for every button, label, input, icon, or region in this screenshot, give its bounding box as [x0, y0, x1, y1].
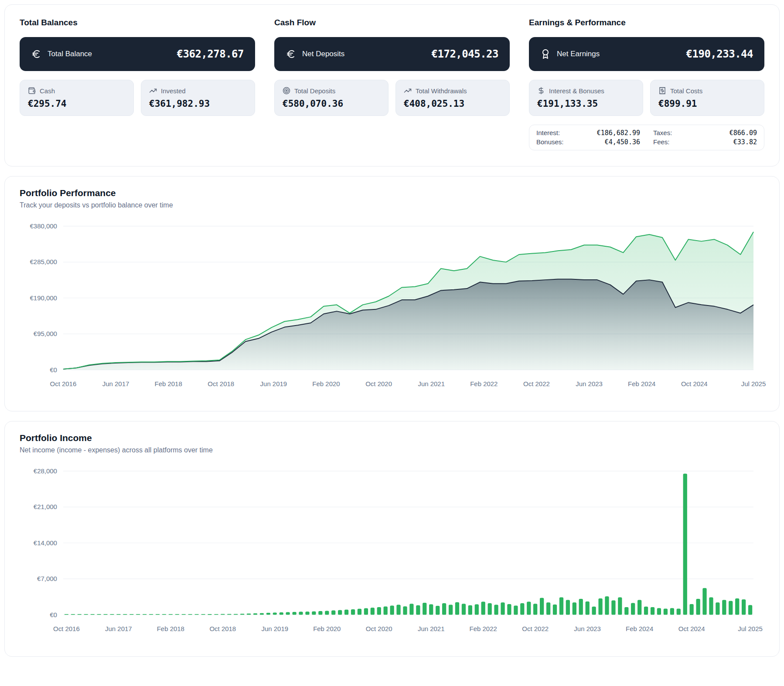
interest-bonuses-value: €191,133.35 [537, 98, 635, 109]
svg-text:Oct 2016: Oct 2016 [53, 625, 80, 632]
summary-panel: Total Balances Total Balance €362,278.67… [4, 4, 780, 166]
performance-title: Portfolio Performance [20, 188, 764, 198]
dollar-icon [537, 87, 545, 95]
svg-text:€7,000: €7,000 [37, 575, 57, 583]
svg-text:Jun 2021: Jun 2021 [418, 625, 445, 632]
total-withdrawals-label: Total Withdrawals [416, 87, 467, 95]
svg-text:Jul 2025: Jul 2025 [738, 625, 763, 632]
breakdown-fees: Fees: €33.82 [653, 138, 757, 146]
svg-text:Feb 2022: Feb 2022 [470, 380, 498, 387]
svg-text:Jun 2017: Jun 2017 [102, 380, 130, 387]
euro-icon [31, 49, 41, 59]
group-title-total-balances: Total Balances [20, 18, 255, 27]
total-balance-label: Total Balance [48, 50, 92, 58]
net-earnings-label: Net Earnings [557, 50, 600, 58]
income-subtitle: Net income (income - expenses) across al… [20, 446, 764, 454]
cash-value: €295.74 [28, 98, 126, 109]
svg-text:€380,000: €380,000 [30, 222, 57, 230]
svg-text:Oct 2022: Oct 2022 [523, 380, 550, 387]
total-costs-value: €899.91 [658, 98, 756, 109]
svg-text:Oct 2018: Oct 2018 [208, 380, 234, 387]
svg-text:€14,000: €14,000 [34, 539, 57, 547]
interest-bonuses-card: Interest & Bonuses €191,133.35 [529, 80, 643, 116]
cash-label: Cash [40, 87, 55, 95]
total-balances-group: Total Balances Total Balance €362,278.67… [20, 18, 255, 150]
breakdown-bonuses: Bonuses: €4,450.36 [536, 138, 640, 146]
earnings-breakdown: Interest: €186,682.99 Taxes: €866.09 Bon… [529, 125, 764, 150]
svg-text:€0: €0 [50, 611, 57, 618]
breakdown-interest: Interest: €186,682.99 [536, 129, 640, 137]
svg-text:Oct 2024: Oct 2024 [681, 380, 708, 387]
total-costs-label: Total Costs [670, 87, 702, 95]
svg-text:Jun 2021: Jun 2021 [418, 380, 445, 387]
award-icon [540, 49, 551, 59]
svg-text:Jul 2025: Jul 2025 [741, 380, 766, 387]
income-bar-chart: €28,000€21,000€14,000€7,000€0Oct 2016Jun… [20, 460, 764, 647]
trending-up-icon [404, 87, 412, 95]
svg-text:Jun 2019: Jun 2019 [260, 380, 287, 387]
total-costs-card: Total Costs €899.91 [650, 80, 764, 116]
svg-text:Feb 2020: Feb 2020 [313, 625, 341, 632]
wallet-icon [28, 87, 36, 95]
trending-up-icon [149, 87, 157, 95]
net-deposits-value: €172,045.23 [432, 48, 498, 60]
svg-text:€285,000: €285,000 [30, 258, 57, 265]
net-earnings-card: Net Earnings €190,233.44 [529, 37, 764, 71]
portfolio-performance-panel: Portfolio Performance Track your deposit… [4, 176, 780, 411]
cash-flow-group: Cash Flow Net Deposits €172,045.23 Total… [274, 18, 510, 150]
total-deposits-card: Total Deposits €580,070.36 [274, 80, 389, 116]
performance-area-chart: €380,000€285,000€190,000€95,000€0Oct 201… [20, 215, 764, 402]
svg-text:Feb 2024: Feb 2024 [628, 380, 655, 387]
svg-text:Feb 2022: Feb 2022 [470, 625, 497, 632]
income-title: Portfolio Income [20, 433, 764, 443]
svg-text:€190,000: €190,000 [30, 294, 57, 302]
svg-text:Oct 2020: Oct 2020 [366, 625, 392, 632]
invested-value: €361,982.93 [149, 98, 247, 109]
group-title-cash-flow: Cash Flow [274, 18, 510, 27]
svg-text:€0: €0 [50, 366, 57, 374]
group-title-earnings: Earnings & Performance [529, 18, 764, 27]
performance-subtitle: Track your deposits vs portfolio balance… [20, 201, 764, 209]
svg-text:Feb 2020: Feb 2020 [312, 380, 340, 387]
svg-text:Oct 2020: Oct 2020 [365, 380, 392, 387]
net-deposits-card: Net Deposits €172,045.23 [274, 37, 510, 71]
svg-text:Feb 2024: Feb 2024 [626, 625, 653, 632]
svg-text:€21,000: €21,000 [34, 503, 57, 511]
total-balance-card: Total Balance €362,278.67 [20, 37, 255, 71]
svg-text:Feb 2018: Feb 2018 [155, 380, 182, 387]
net-earnings-value: €190,233.44 [686, 48, 753, 60]
svg-text:Oct 2022: Oct 2022 [522, 625, 549, 632]
total-deposits-value: €580,070.36 [283, 98, 380, 109]
total-withdrawals-card: Total Withdrawals €408,025.13 [395, 80, 510, 116]
invested-label: Invested [161, 87, 186, 95]
svg-text:Jun 2019: Jun 2019 [261, 625, 288, 632]
svg-text:Oct 2018: Oct 2018 [209, 625, 236, 632]
breakdown-taxes: Taxes: €866.09 [653, 129, 757, 137]
svg-text:€95,000: €95,000 [34, 330, 57, 337]
earnings-group: Earnings & Performance Net Earnings €190… [529, 18, 764, 150]
svg-text:Oct 2024: Oct 2024 [678, 625, 705, 632]
svg-text:Jun 2023: Jun 2023 [574, 625, 601, 632]
portfolio-income-panel: Portfolio Income Net income (income - ex… [4, 421, 780, 656]
receipt-icon [658, 87, 666, 95]
target-icon [283, 87, 290, 95]
svg-text:Jun 2023: Jun 2023 [576, 380, 603, 387]
svg-text:Feb 2018: Feb 2018 [157, 625, 184, 632]
euro-icon [286, 49, 296, 59]
svg-text:Jun 2017: Jun 2017 [105, 625, 132, 632]
svg-text:€28,000: €28,000 [34, 467, 57, 475]
svg-text:Oct 2016: Oct 2016 [50, 380, 77, 387]
total-deposits-label: Total Deposits [294, 87, 335, 95]
interest-bonuses-label: Interest & Bonuses [549, 87, 604, 95]
invested-card: Invested €361,982.93 [141, 80, 255, 116]
net-deposits-label: Net Deposits [302, 50, 344, 58]
total-balance-value: €362,278.67 [177, 48, 244, 60]
total-withdrawals-value: €408,025.13 [404, 98, 501, 109]
cash-card: Cash €295.74 [20, 80, 134, 116]
